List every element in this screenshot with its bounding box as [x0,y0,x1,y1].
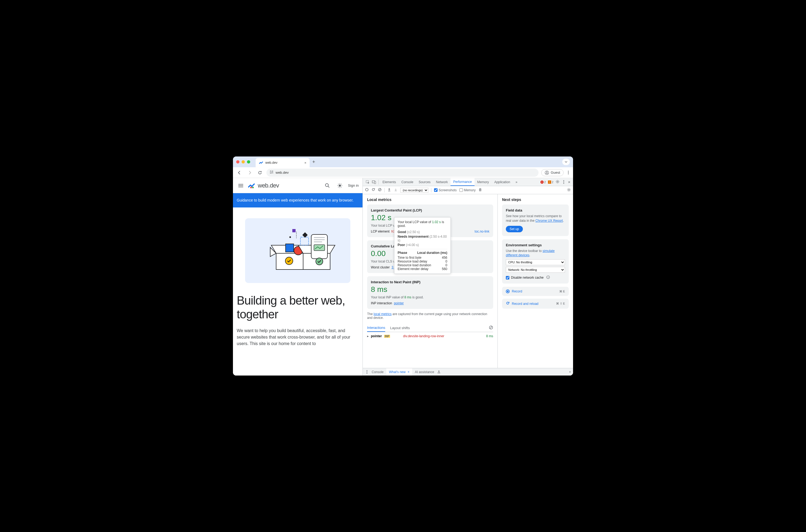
interaction-target[interactable]: div.devsite-landing-row-inner [403,334,444,338]
drawer-ai[interactable]: AI assistance [412,368,443,376]
tab-memory[interactable]: Memory [474,178,491,186]
clear-icon[interactable] [378,188,382,192]
drawer-menu-button[interactable] [365,370,369,374]
brand-logo-icon [248,183,256,189]
theme-button[interactable] [336,181,344,190]
upload-icon[interactable] [387,188,391,192]
cpu-throttle-select[interactable]: CPU: No throttling [506,259,565,265]
browser-menu-button[interactable] [566,171,570,174]
hamburger-button[interactable] [237,183,245,189]
svg-text:?: ? [547,276,549,279]
svg-point-8 [250,187,252,188]
svg-point-30 [316,258,323,265]
devtools-tabs: Elements Console Sources Network Perform… [363,178,573,186]
tab-close-icon[interactable]: × [304,161,306,165]
reload-button[interactable] [256,169,264,176]
lcp-element-class[interactable]: toc.no-link [474,230,489,233]
help-icon[interactable]: ? [546,276,550,280]
drawer-close-button[interactable]: × [569,370,571,374]
svg-point-10 [325,184,329,186]
disable-cache-checkbox[interactable]: Disable network cache ? [506,276,565,280]
minimize-icon[interactable] [242,160,245,164]
traffic-lights [236,160,250,164]
devtools-panel: Elements Console Sources Network Perform… [362,178,573,376]
svg-rect-1 [272,171,273,171]
tab-network[interactable]: Network [433,178,450,186]
local-metrics-heading: Local metrics [367,197,493,202]
inp-desc: Your local INP value of 8 ms is good. [371,296,489,299]
inp-badge: INP [384,335,390,338]
tab-elements[interactable]: Elements [380,178,399,186]
tab-dropdown-button[interactable] [562,159,570,165]
tab-console[interactable]: Console [399,178,416,186]
back-button[interactable] [236,169,243,176]
devtools-close-button[interactable]: × [568,180,570,184]
devtools-drawer: Console What's new × AI assistance × [363,368,573,376]
gc-icon[interactable] [478,188,482,192]
hero-title: Building a better web, together [237,294,359,321]
svg-rect-33 [302,232,308,238]
flask-icon [437,370,441,374]
screenshots-checkbox[interactable]: Screenshots [434,188,457,192]
tab-title: web.dev [265,161,302,165]
reload-record-icon[interactable] [371,188,375,192]
inp-pointer-link[interactable]: pointer [394,301,404,305]
panel-settings-icon[interactable] [567,188,571,193]
device-toolbar-button[interactable] [371,178,377,186]
maximize-icon[interactable] [247,160,250,164]
network-throttle-select[interactable]: Network: No throttling [506,267,565,273]
forward-button[interactable] [246,169,254,176]
hero-section: Building a better web, together We want … [233,207,362,347]
record-icon[interactable] [365,188,369,192]
interaction-row[interactable]: ▸ pointer INP div.devsite-landing-row-in… [367,332,493,340]
more-tabs-button[interactable]: » [513,178,520,186]
settings-icon[interactable] [556,180,560,185]
clear-interactions-icon[interactable] [489,325,493,330]
favicon-icon [259,160,263,165]
svg-rect-26 [314,237,325,238]
inp-title: Interaction to Next Paint (INP) [371,280,489,284]
svg-rect-3 [271,172,273,172]
site-settings-icon[interactable] [270,170,274,175]
svg-point-39 [557,181,558,183]
drawer-console[interactable]: Console [369,368,386,376]
devtools-menu-button[interactable] [562,180,566,184]
url-bar[interactable]: web.dev [266,169,539,177]
signin-link[interactable]: Sign in [348,184,359,188]
errors-badge[interactable]: ×2 [540,180,546,184]
local-metrics-link[interactable]: local metrics [374,312,392,316]
expand-icon[interactable]: ▸ [367,334,369,338]
field-data-card: Field data See how your local metrics co… [502,205,569,236]
tab-sources[interactable]: Sources [416,178,433,186]
profile-button[interactable]: Guest [541,169,564,176]
crux-link[interactable]: Chrome UX Report [535,219,563,223]
svg-point-34 [289,236,291,238]
avatar-icon [545,171,549,175]
tab-interactions[interactable]: Interactions [367,324,385,332]
warnings-badge[interactable]: !2 [548,180,554,184]
tab-performance[interactable]: Performance [450,178,474,186]
search-button[interactable] [323,181,332,190]
download-icon[interactable] [394,188,398,192]
tab-layout-shifts[interactable]: Layout shifts [390,324,410,331]
interaction-timing: 8 ms [486,334,493,338]
record-dot-icon [506,289,510,293]
record-reload-action[interactable]: Record and reload ⌘ ⇧ E [502,299,569,309]
setup-button[interactable]: Set up [506,226,523,232]
close-icon[interactable] [236,160,240,164]
brand[interactable]: web.dev [248,182,279,189]
svg-rect-27 [314,239,325,240]
svg-rect-0 [270,171,271,171]
inspect-button[interactable] [364,178,371,186]
record-action[interactable]: Record ⌘ E [502,287,569,296]
next-steps-heading: Next steps [502,197,569,202]
tab-application[interactable]: Application [491,178,513,186]
new-tab-button[interactable]: + [312,159,315,165]
drawer-whatsnew[interactable]: What's new × [386,368,412,376]
memory-checkbox[interactable]: Memory [460,188,475,192]
svg-rect-32 [292,229,296,232]
recordings-select[interactable]: (no recordings) [400,188,428,193]
titlebar: web.dev × + [233,156,573,167]
hero-body: We want to help you build beautiful, acc… [237,327,359,347]
browser-tab[interactable]: web.dev × [256,158,310,167]
